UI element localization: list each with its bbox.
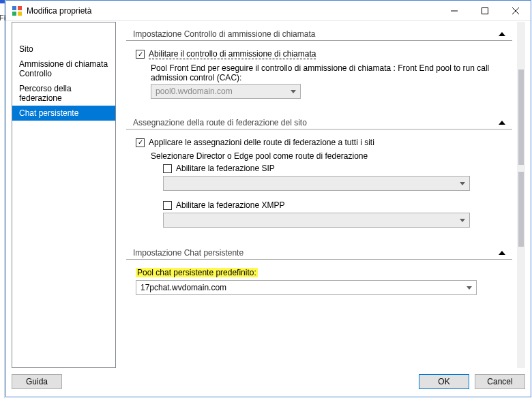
section-title: Assegnazione della route di federazione … [133, 118, 499, 127]
cancel-button[interactable]: Cancel [475, 374, 525, 389]
label-select-route: Selezionare Director o Edge pool come ro… [151, 151, 503, 161]
maximize-button[interactable] [469, 1, 500, 20]
checkbox-enable-cac[interactable] [136, 50, 145, 59]
svg-rect-2 [12, 12, 16, 16]
label-sip: Abilitare la federazione SIP [176, 164, 275, 173]
section-title: Impostazione Controllo di ammissione di … [133, 29, 499, 39]
sidebar-item-sito[interactable]: Sito [12, 42, 115, 57]
svg-rect-5 [482, 7, 488, 14]
window-title: Modifica proprietà [27, 6, 91, 16]
dialog-window: Modifica proprietà Sito Ammissione di ch… [5, 0, 531, 397]
combo-value: 17pchat.wvdomain.com [141, 283, 226, 292]
close-button[interactable] [500, 1, 531, 20]
checkbox-xmpp[interactable] [163, 201, 172, 210]
checkbox-apply-fed[interactable] [136, 138, 145, 147]
chevron-down-icon [467, 286, 472, 290]
collapse-icon [499, 32, 505, 36]
label-default-pchat-pool: Pool chat persistente predefinito: [136, 268, 258, 277]
label-cac-pool: Pool Front End per eseguire il controllo… [151, 63, 503, 82]
svg-rect-3 [18, 12, 22, 16]
section-header-fed[interactable]: Assegnazione della route di federazione … [126, 115, 512, 129]
section-header-pchat[interactable]: Impostazione Chat persistente [126, 245, 512, 260]
combo-sip [163, 176, 470, 191]
ok-button[interactable]: OK [419, 374, 469, 389]
combo-cac-pool[interactable]: pool0.wvdomain.com [151, 84, 301, 99]
sidebar-item-ammissione[interactable]: Ammissione di chiamata Controllo [12, 57, 115, 81]
sidebar-item-federazione[interactable]: Percorso della federazione [12, 81, 115, 106]
section-title: Impostazione Chat persistente [133, 248, 499, 258]
vertical-scrollbar[interactable] [517, 22, 525, 368]
chevron-down-icon [460, 219, 465, 222]
label-apply-fed: Applicare le assegnazioni delle route di… [149, 138, 374, 147]
scroll-thumb[interactable] [518, 70, 524, 165]
chevron-down-icon [291, 90, 296, 93]
titlebar[interactable]: Modifica proprietà [6, 1, 531, 21]
section-header-cac[interactable]: Impostazione Controllo di ammissione di … [126, 27, 512, 41]
label-enable-cac: Abilitare il controllo di ammissione di … [149, 49, 316, 59]
minimize-button[interactable] [439, 1, 469, 20]
combo-xmpp [163, 213, 470, 228]
scroll-thumb[interactable] [518, 172, 524, 247]
collapse-icon [499, 121, 505, 125]
combo-default-pchat-pool[interactable]: 17pchat.wvdomain.com [136, 280, 477, 295]
svg-rect-1 [18, 6, 22, 10]
collapse-icon [499, 251, 505, 255]
dialog-footer: Guida OK Cancel [12, 371, 525, 393]
app-icon [12, 5, 23, 16]
label-xmpp: Abilitare la federazione XMPP [176, 200, 284, 210]
svg-rect-0 [12, 6, 16, 10]
checkbox-sip[interactable] [163, 164, 172, 173]
content-pane: Impostazione Controllo di ammissione di … [121, 22, 517, 368]
sidebar-item-chat-persistente[interactable]: Chat persistente [12, 106, 115, 121]
chevron-down-icon [460, 182, 465, 185]
sidebar: Sito Ammissione di chiamata Controllo Pe… [12, 22, 116, 368]
help-button[interactable]: Guida [12, 374, 62, 389]
background-window-sliver: Fi [0, 0, 5, 398]
combo-value: pool0.wvdomain.com [156, 87, 233, 96]
